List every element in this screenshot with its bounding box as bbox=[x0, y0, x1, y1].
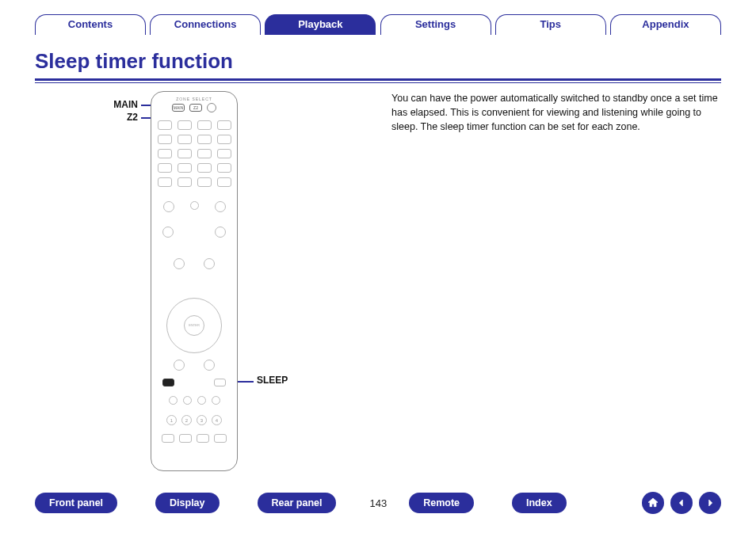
tab-contents[interactable]: Contents bbox=[35, 14, 146, 35]
transport-row bbox=[151, 396, 237, 405]
top-tabs: Contents Connections Playback Settings T… bbox=[35, 0, 721, 40]
page-title: Sleep timer function bbox=[35, 49, 721, 74]
link-display[interactable]: Display bbox=[155, 493, 219, 513]
channel-mute-volume-row bbox=[151, 227, 237, 238]
bottom-bar: Front panel Display Rear panel 143 Remot… bbox=[35, 492, 721, 514]
nav-icon-group bbox=[642, 492, 721, 514]
tab-appendix[interactable]: Appendix bbox=[610, 14, 721, 35]
rule-thin bbox=[35, 82, 721, 83]
remote-button bbox=[162, 434, 174, 443]
remote-button bbox=[174, 360, 185, 371]
button-row bbox=[151, 149, 237, 158]
zone-select-label: ZONE SELECT bbox=[176, 97, 212, 101]
remote-button bbox=[214, 379, 226, 386]
remote-button bbox=[217, 120, 231, 130]
remote-button bbox=[163, 201, 174, 212]
remote-button bbox=[217, 135, 231, 144]
button-row bbox=[151, 163, 237, 173]
remote-button bbox=[217, 163, 231, 173]
remote-button bbox=[178, 120, 192, 130]
content-area: MAIN Z2 SLEEP ZONE SELECT MAIN Z2 bbox=[35, 91, 721, 487]
tab-settings[interactable]: Settings bbox=[380, 14, 491, 35]
body-text: You can have the power automatically swi… bbox=[391, 91, 721, 487]
remote-button bbox=[197, 120, 212, 130]
button-row bbox=[151, 177, 237, 187]
remote-button bbox=[162, 227, 174, 238]
remote-button bbox=[158, 149, 172, 158]
remote-button bbox=[214, 434, 227, 443]
zone-row: MAIN Z2 bbox=[151, 103, 237, 112]
remote-button bbox=[212, 396, 220, 405]
arrow-right-icon[interactable] bbox=[699, 492, 721, 514]
rule-thick bbox=[35, 78, 721, 81]
sound-mode-row bbox=[151, 434, 237, 443]
remote-figure: MAIN Z2 SLEEP ZONE SELECT MAIN Z2 bbox=[35, 91, 376, 487]
dpad: ENTER bbox=[166, 298, 222, 353]
remote-button bbox=[197, 396, 206, 405]
remote-wrap: ZONE SELECT MAIN Z2 bbox=[151, 91, 238, 471]
remote-button bbox=[197, 149, 212, 158]
remote-button bbox=[217, 149, 231, 158]
remote-button bbox=[158, 135, 172, 144]
link-index[interactable]: Index bbox=[512, 493, 567, 513]
remote-button bbox=[217, 177, 231, 187]
smart-select-2: 2 bbox=[181, 415, 192, 425]
option-info-row bbox=[151, 258, 237, 269]
remote-button bbox=[197, 434, 209, 443]
remote-button bbox=[158, 177, 172, 187]
button-row bbox=[151, 120, 237, 130]
smart-select-row: 1 2 3 4 bbox=[151, 415, 237, 425]
title-block: Sleep timer function bbox=[35, 49, 721, 83]
remote-button bbox=[158, 120, 172, 130]
power-icon bbox=[207, 103, 216, 112]
remote-button bbox=[183, 396, 192, 405]
remote-button bbox=[179, 434, 192, 443]
channel-mute-volume-row bbox=[151, 201, 237, 212]
remote-button bbox=[197, 163, 212, 173]
link-rear-panel[interactable]: Rear panel bbox=[258, 493, 337, 513]
remote-outline: ZONE SELECT MAIN Z2 bbox=[151, 91, 238, 471]
page-number: 143 bbox=[369, 497, 387, 509]
remote-button bbox=[178, 135, 192, 144]
callout-z2: Z2 bbox=[35, 112, 138, 123]
manual-page: Contents Connections Playback Settings T… bbox=[0, 0, 756, 533]
dpad-enter: ENTER bbox=[184, 315, 204, 336]
smart-select-3: 3 bbox=[197, 415, 207, 425]
tab-tips[interactable]: Tips bbox=[495, 14, 606, 35]
smart-select-1: 1 bbox=[166, 415, 177, 425]
callout-main: MAIN bbox=[35, 99, 138, 110]
zone-main-button: MAIN bbox=[172, 104, 185, 112]
remote-button bbox=[178, 149, 192, 158]
remote-button bbox=[178, 177, 192, 187]
remote-button bbox=[197, 177, 212, 187]
remote-button bbox=[158, 163, 172, 173]
tab-connections[interactable]: Connections bbox=[150, 14, 261, 35]
button-row bbox=[151, 135, 237, 144]
callout-sleep: SLEEP bbox=[257, 375, 288, 386]
remote-button bbox=[169, 396, 178, 405]
remote-button bbox=[215, 201, 226, 212]
home-icon[interactable] bbox=[642, 492, 664, 514]
remote-button bbox=[174, 258, 185, 269]
zone-z2-button: Z2 bbox=[189, 104, 202, 112]
remote-button bbox=[190, 201, 199, 210]
link-remote[interactable]: Remote bbox=[409, 493, 474, 513]
sleep-button bbox=[162, 379, 174, 386]
remote-button bbox=[178, 163, 192, 173]
remote-button bbox=[204, 360, 215, 371]
remote-button bbox=[215, 227, 226, 238]
remote-button bbox=[204, 258, 215, 269]
tab-playback[interactable]: Playback bbox=[265, 14, 376, 35]
back-setup-row bbox=[151, 360, 237, 371]
smart-select-4: 4 bbox=[212, 415, 222, 425]
remote-button bbox=[197, 135, 212, 144]
link-front-panel[interactable]: Front panel bbox=[35, 493, 117, 513]
arrow-left-icon[interactable] bbox=[670, 492, 693, 514]
